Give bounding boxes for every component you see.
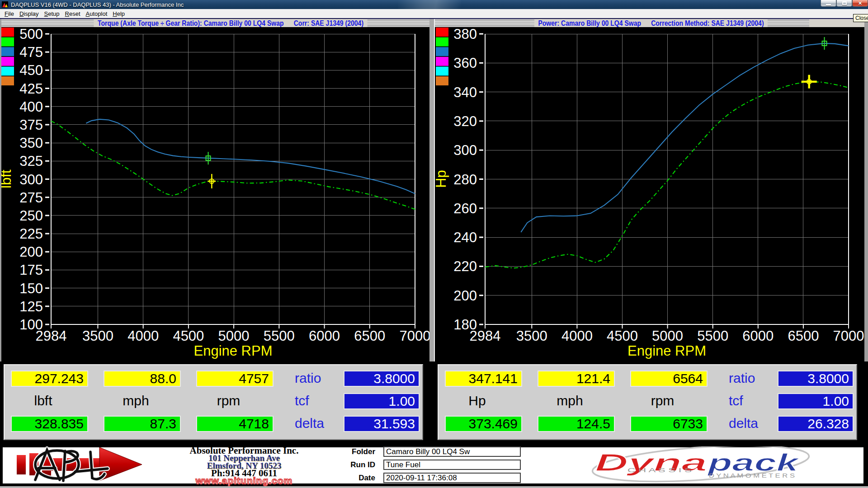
app-icon bbox=[2, 1, 8, 8]
x-tick-label: 6000 bbox=[309, 328, 340, 344]
x-tick-label: 4000 bbox=[561, 328, 593, 344]
power-corr-text: Correction Method: SAE J1349 (2004) bbox=[651, 19, 764, 27]
minimize-button[interactable] bbox=[821, 0, 836, 7]
maximize-icon bbox=[842, 1, 847, 5]
field-input-run-id[interactable]: Tune Fuel bbox=[383, 460, 521, 470]
menu-autoplot[interactable]: Autoplot bbox=[83, 10, 110, 18]
menu-reset[interactable]: Reset bbox=[62, 10, 83, 18]
x-tick-label: 7000 bbox=[833, 328, 864, 344]
x-axis-label: Engine RPM bbox=[193, 343, 272, 359]
menu-file[interactable]: File bbox=[2, 10, 17, 18]
x-tick-label: 6500 bbox=[354, 328, 385, 344]
window-title: DAQPLUS V16 (4WD - DAQPLUS 43) - Absolut… bbox=[11, 1, 184, 8]
y-tick-label: 250 bbox=[19, 208, 43, 224]
power-readout-panel: 347.141121.46564Hpmphrpm373.469124.56733… bbox=[438, 364, 857, 440]
legend-swatch bbox=[1, 28, 14, 37]
brand-chassis: C H A S S I S bbox=[627, 467, 692, 474]
stat-value-ratio: 3.8000 bbox=[778, 371, 854, 387]
cursor-value-mph: 88.0 bbox=[104, 371, 181, 387]
cursor-value-lbft: 297.243 bbox=[11, 371, 88, 387]
x-tick-label: 2984 bbox=[470, 328, 501, 344]
unit-label-lbft: lbft bbox=[5, 393, 82, 409]
field-label-date: Date bbox=[339, 474, 375, 483]
unit-label-Hp: Hp bbox=[439, 393, 516, 409]
y-tick-label: 175 bbox=[19, 262, 43, 278]
field-input-folder[interactable]: Camaro Billy 00 LQ4 Sw bbox=[383, 446, 521, 457]
legend-swatch bbox=[1, 47, 14, 56]
minimize-icon bbox=[826, 4, 831, 5]
y-tick-label: 475 bbox=[19, 44, 43, 60]
x-tick-label: 6000 bbox=[742, 328, 774, 344]
y-tick-label: 320 bbox=[453, 113, 477, 129]
stat-label-ratio: ratio bbox=[729, 371, 755, 387]
y-tick-label: 125 bbox=[19, 299, 43, 314]
legend-swatch bbox=[436, 66, 448, 75]
torque-chart-title: Torque (Axle Torque ÷ Gear Ratio): Camar… bbox=[70, 19, 392, 27]
field-input-date[interactable]: 2020-09-11 17:36:08 bbox=[383, 473, 521, 483]
dynapack-logo: Dyna pack C H A S S I S D Y N A M O M E … bbox=[588, 446, 823, 485]
window-titlebar[interactable]: DAQPLUS V16 (4WD - DAQPLUS 43) - Absolut… bbox=[0, 0, 868, 9]
menu-display[interactable]: Display bbox=[17, 10, 42, 18]
close-tooltip: Close bbox=[853, 14, 868, 22]
y-tick-label: 300 bbox=[453, 142, 477, 158]
footer: Absolute Performance Inc. 101 Nepperhan … bbox=[0, 443, 868, 488]
unit-label-rpm: rpm bbox=[624, 393, 701, 409]
window-right-border bbox=[864, 19, 868, 361]
field-label-run-id: Run ID bbox=[339, 460, 375, 469]
stat-label-delta: delta bbox=[729, 416, 758, 432]
x-tick-label: 5500 bbox=[697, 328, 728, 344]
torque-chart: 1001251501752002252502753003253503754004… bbox=[0, 27, 429, 361]
unit-label-mph: mph bbox=[531, 393, 609, 409]
y-tick-label: 340 bbox=[453, 84, 477, 100]
readout-zone: 297.24388.04757lbftmphrpm328.83587.34718… bbox=[0, 361, 868, 443]
y-axis-label: Hp bbox=[435, 170, 449, 188]
x-tick-label: 7000 bbox=[400, 328, 429, 344]
y-tick-label: 425 bbox=[19, 81, 43, 97]
power-chart: 1802002202402602803003203403603802984350… bbox=[435, 27, 864, 361]
stat-value-delta: 31.593 bbox=[344, 416, 420, 432]
torque-green-run bbox=[51, 121, 415, 209]
cursor-value-mph: 121.4 bbox=[538, 371, 615, 387]
menu-help[interactable]: Help bbox=[110, 10, 127, 18]
menu-setup[interactable]: Setup bbox=[42, 10, 62, 18]
legend-swatch bbox=[436, 76, 448, 85]
y-tick-label: 275 bbox=[19, 190, 43, 206]
field-label-folder: Folder bbox=[339, 447, 375, 456]
x-axis-label: Engine RPM bbox=[627, 343, 706, 359]
power-chart-title: Power: Camaro Billy 00 LQ4 SwapCorrectio… bbox=[514, 19, 788, 27]
legend-swatch bbox=[436, 57, 448, 66]
legend-swatch bbox=[436, 38, 448, 47]
close-button[interactable]: ✕ bbox=[852, 0, 868, 7]
y-tick-label: 260 bbox=[453, 201, 477, 216]
y-tick-label: 240 bbox=[453, 230, 477, 245]
torque-title-text: Torque (Axle Torque ÷ Gear Ratio): Camar… bbox=[98, 19, 284, 27]
maximize-button[interactable] bbox=[836, 0, 852, 7]
y-tick-label: 450 bbox=[19, 62, 43, 78]
titlebar-reflection bbox=[398, 0, 461, 9]
legend-swatch bbox=[1, 38, 14, 47]
menu-bar: FileDisplaySetupResetAutoplotHelp bbox=[0, 9, 868, 18]
y-tick-label: 150 bbox=[19, 281, 43, 296]
x-tick-label: 3500 bbox=[82, 328, 113, 344]
x-tick-label: 4000 bbox=[127, 328, 159, 344]
unit-label-mph: mph bbox=[97, 393, 175, 409]
cursor-value-Hp: 347.141 bbox=[445, 371, 522, 387]
y-tick-label: 225 bbox=[19, 226, 43, 242]
power-chart-panel: 1802002202402602803003203403603802984350… bbox=[435, 27, 864, 361]
x-tick-label: 4500 bbox=[607, 328, 638, 344]
stat-label-tcf: tcf bbox=[295, 393, 309, 409]
window-bottom-border bbox=[0, 486, 868, 488]
y-tick-label: 360 bbox=[453, 55, 477, 71]
x-tick-label: 5000 bbox=[652, 328, 683, 344]
panel-splitter[interactable] bbox=[429, 19, 435, 361]
stat-label-tcf: tcf bbox=[729, 393, 743, 409]
y-tick-label: 300 bbox=[19, 172, 43, 188]
x-tick-label: 5000 bbox=[218, 328, 250, 344]
application-window: DAQPLUS V16 (4WD - DAQPLUS 43) - Absolut… bbox=[0, 0, 868, 488]
peak-value-rpm: 6733 bbox=[630, 416, 708, 432]
y-tick-label: 350 bbox=[19, 135, 43, 151]
cursor-value-rpm: 4757 bbox=[196, 371, 274, 387]
y-tick-label: 500 bbox=[19, 27, 43, 42]
power-green-run bbox=[485, 82, 849, 268]
power-title-text: Power: Camaro Billy 00 LQ4 Swap bbox=[538, 19, 641, 27]
